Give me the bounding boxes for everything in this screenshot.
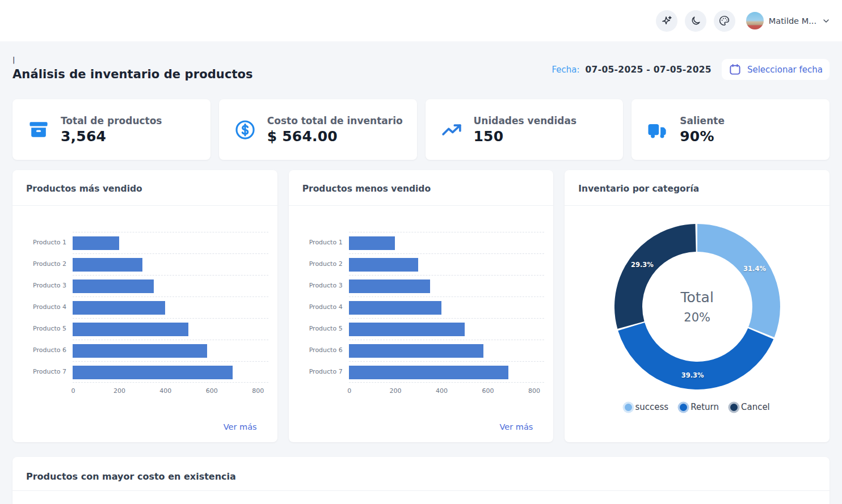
truck-icon bbox=[645, 117, 670, 142]
calendar-icon bbox=[729, 63, 742, 76]
bar[interactable] bbox=[73, 323, 188, 336]
user-menu[interactable]: Matilde M... bbox=[746, 12, 831, 29]
x-axis: 0200400600800 bbox=[350, 385, 545, 397]
date-filter: Fecha: 07-05-2025 - 07-05-2025 Seleccion… bbox=[551, 59, 830, 81]
legend-dot bbox=[680, 404, 687, 411]
bar-track bbox=[73, 253, 268, 275]
bar[interactable] bbox=[73, 279, 154, 293]
chart-card-mas-vendido: Productos más vendido Producto 1Producto… bbox=[12, 170, 277, 442]
legend-item-cancel[interactable]: Cancel bbox=[730, 402, 770, 412]
category-label: Producto 2 bbox=[18, 253, 73, 275]
bar-row: Producto 7 bbox=[294, 361, 545, 383]
legend-item-success[interactable]: success bbox=[625, 402, 669, 412]
main-content: | Análisis de inventario de productos Fe… bbox=[0, 56, 842, 504]
bar-track bbox=[349, 340, 545, 361]
category-label: Producto 3 bbox=[294, 275, 349, 297]
bar-chart-menos-vendido: Producto 1Producto 2Producto 3Producto 4… bbox=[289, 206, 554, 421]
bar-track bbox=[349, 318, 545, 340]
chart-footer: Ver más bbox=[12, 421, 277, 442]
bar-row: Producto 2 bbox=[18, 253, 268, 275]
category-label: Producto 1 bbox=[18, 232, 73, 253]
moon-icon[interactable] bbox=[685, 10, 706, 32]
category-label: Producto 7 bbox=[294, 361, 349, 383]
bar-track bbox=[349, 275, 545, 297]
palette-icon[interactable] bbox=[714, 10, 735, 32]
bar-row: Producto 3 bbox=[18, 275, 268, 297]
fecha-label: Fecha: bbox=[551, 65, 579, 75]
topbar: Matilde M... bbox=[0, 0, 842, 41]
bar[interactable] bbox=[73, 344, 207, 358]
legend-dot bbox=[625, 404, 632, 411]
bar-track bbox=[73, 318, 268, 340]
chevron-down-icon bbox=[822, 16, 831, 26]
donut-chart: Total 20% 31.4%39.3%29.3% bbox=[614, 224, 780, 389]
bar-track bbox=[73, 297, 268, 318]
axis-tick: 200 bbox=[113, 387, 125, 395]
bar-row: Producto 7 bbox=[18, 361, 268, 383]
category-label: Producto 7 bbox=[18, 361, 73, 383]
stat-label: Costo total de inventario bbox=[267, 115, 403, 126]
category-label: Producto 5 bbox=[18, 318, 73, 340]
bar-chart-mas-vendido: Producto 1Producto 2Producto 3Producto 4… bbox=[12, 206, 277, 421]
bottom-card-header: Productos con mayor costo en existencia bbox=[12, 457, 830, 491]
stat-card-unidades-vendidas: Unidades vendidas 150 bbox=[426, 99, 624, 160]
category-label: Producto 2 bbox=[294, 253, 349, 275]
bottom-card-title: Productos con mayor costo en existencia bbox=[26, 471, 816, 482]
bar-row: Producto 1 bbox=[294, 232, 545, 253]
bar[interactable] bbox=[349, 279, 430, 293]
bar-row: Producto 4 bbox=[18, 297, 268, 318]
bar[interactable] bbox=[349, 366, 509, 379]
select-date-label: Seleccionar fecha bbox=[747, 65, 823, 75]
stat-value: 150 bbox=[474, 128, 577, 145]
category-label: Producto 6 bbox=[18, 340, 73, 361]
stat-label: Unidades vendidas bbox=[474, 115, 577, 126]
category-label: Producto 5 bbox=[294, 318, 349, 340]
axis-tick: 400 bbox=[436, 387, 448, 395]
sparkles-icon[interactable] bbox=[656, 10, 677, 32]
bar-track bbox=[73, 340, 268, 361]
select-date-button[interactable]: Seleccionar fecha bbox=[722, 59, 830, 80]
axis-tick: 800 bbox=[252, 387, 264, 395]
bar[interactable] bbox=[73, 258, 142, 272]
bar-row: Producto 5 bbox=[294, 318, 545, 340]
chart-title: Inventario por categoría bbox=[578, 184, 816, 194]
ver-mas-link[interactable]: Ver más bbox=[499, 422, 533, 431]
bar[interactable] bbox=[73, 366, 233, 379]
axis-tick: 0 bbox=[71, 387, 75, 395]
chart-header: Inventario por categoría bbox=[565, 170, 830, 206]
bar-track bbox=[349, 232, 545, 253]
bar[interactable] bbox=[349, 323, 465, 336]
date-range-value: 07-05-2025 - 07-05-2025 bbox=[586, 65, 712, 75]
dollar-circle-icon bbox=[233, 118, 258, 142]
bar-row: Producto 5 bbox=[18, 318, 268, 340]
bar-row: Producto 2 bbox=[294, 253, 545, 275]
bar[interactable] bbox=[349, 301, 441, 315]
bar[interactable] bbox=[349, 236, 395, 250]
bar[interactable] bbox=[73, 236, 119, 250]
stat-value: 3,564 bbox=[61, 128, 162, 145]
chart-header: Productos menos vendido bbox=[289, 170, 554, 206]
bar-row: Producto 6 bbox=[18, 340, 268, 361]
axis-tick: 0 bbox=[347, 387, 351, 395]
bar-row: Producto 1 bbox=[18, 232, 268, 253]
bar[interactable] bbox=[349, 258, 419, 272]
stat-label: Total de productos bbox=[61, 115, 162, 126]
hbar-plot: Producto 1Producto 2Producto 3Producto 4… bbox=[289, 206, 554, 383]
axis-tick: 800 bbox=[528, 387, 540, 395]
bar-track bbox=[73, 361, 268, 383]
bar-track bbox=[349, 297, 545, 318]
bar[interactable] bbox=[73, 301, 165, 315]
chart-card-inventario-categoria: Inventario por categoría Total 20% 31.4%… bbox=[565, 170, 830, 442]
bar-row: Producto 3 bbox=[294, 275, 545, 297]
ver-mas-link[interactable]: Ver más bbox=[224, 422, 257, 431]
chart-footer: Ver más bbox=[289, 421, 554, 442]
legend-item-return[interactable]: Return bbox=[680, 402, 719, 412]
stat-label: Saliente bbox=[680, 115, 725, 126]
trending-up-icon bbox=[439, 118, 464, 142]
stat-cards: Total de productos 3,564 Costo total de … bbox=[12, 99, 830, 160]
category-label: Producto 4 bbox=[294, 297, 349, 318]
bar[interactable] bbox=[349, 344, 483, 358]
stat-card-costo-total: Costo total de inventario $ 564.00 bbox=[219, 99, 417, 160]
bar-track bbox=[349, 253, 545, 275]
chart-header: Productos más vendido bbox=[12, 170, 277, 206]
